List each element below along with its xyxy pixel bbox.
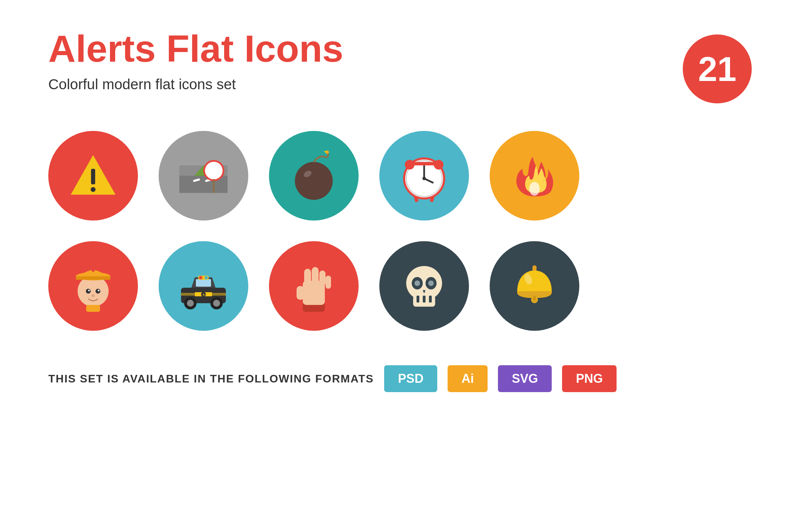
psd-badge[interactable]: PSD <box>384 365 437 392</box>
badge-number: 21 <box>698 49 736 89</box>
police-car-icon-circle: ★ <box>159 241 248 331</box>
police-car-icon: ★ <box>176 258 231 314</box>
svg-point-29 <box>86 289 91 294</box>
title-section: Alerts Flat Icons Colorful modern flat i… <box>48 28 343 93</box>
header-area: Alerts Flat Icons Colorful modern flat i… <box>48 28 752 103</box>
road-sign-icon-circle <box>159 131 248 221</box>
fire-icon-circle <box>490 131 579 221</box>
firefighter-icon <box>66 258 121 314</box>
svg-rect-60 <box>423 296 426 303</box>
svg-point-21 <box>422 177 426 180</box>
bomb-icon <box>286 148 341 203</box>
subtitle: Colorful modern flat icons set <box>48 76 343 93</box>
svg-rect-36 <box>196 279 211 287</box>
firefighter-icon-circle <box>48 241 138 331</box>
svg-rect-34 <box>86 305 100 312</box>
svg-point-31 <box>88 290 90 291</box>
formats-label: THIS SET IS AVAILABLE IN THE FOLLOWING F… <box>48 372 374 385</box>
svg-rect-54 <box>326 276 331 289</box>
svg-rect-61 <box>429 296 432 303</box>
alarm-clock-icon <box>397 148 452 203</box>
main-container: Alerts Flat Icons Colorful modern flat i… <box>0 0 800 420</box>
icons-row-2: ★ <box>48 241 752 331</box>
svg-rect-66 <box>533 296 536 301</box>
png-badge[interactable]: PNG <box>562 365 617 392</box>
svg-rect-18 <box>412 162 437 165</box>
svg-rect-59 <box>417 296 419 303</box>
icons-grid: ★ <box>48 131 752 331</box>
footer-formats: THIS SET IS AVAILABLE IN THE FOLLOWING F… <box>48 365 752 392</box>
svg-point-8 <box>204 161 223 180</box>
svg-point-30 <box>96 289 100 294</box>
bell-icon-circle <box>490 241 579 331</box>
warning-triangle-icon <box>66 148 121 203</box>
svg-point-32 <box>98 290 100 291</box>
stop-hand-icon-circle <box>269 241 359 331</box>
svg-point-25 <box>529 182 540 196</box>
svg-point-62 <box>414 280 420 286</box>
svg-text:★: ★ <box>202 293 205 296</box>
svg-point-63 <box>428 280 434 286</box>
svg-rect-52 <box>312 267 319 286</box>
bell-icon <box>507 258 562 314</box>
ai-badge[interactable]: Ai <box>448 365 488 392</box>
icons-row-1 <box>48 131 752 221</box>
svg-rect-1 <box>91 169 95 184</box>
svg-point-38 <box>199 276 202 279</box>
svg-point-47 <box>213 300 220 307</box>
svg-rect-9 <box>213 179 214 193</box>
bomb-icon-circle <box>269 131 359 221</box>
main-title: Alerts Flat Icons <box>48 28 343 69</box>
svg-rect-50 <box>297 286 304 300</box>
svg-point-2 <box>91 187 96 192</box>
warning-icon-circle <box>48 131 138 221</box>
svg-badge[interactable]: SVG <box>498 365 552 392</box>
svg-point-39 <box>204 276 208 279</box>
skull-icon <box>397 258 452 314</box>
svg-rect-51 <box>304 269 311 286</box>
alarm-clock-icon-circle <box>379 131 469 221</box>
svg-point-33 <box>92 294 94 297</box>
road-sign-icon <box>176 148 231 203</box>
svg-rect-53 <box>319 270 326 286</box>
fire-icon <box>507 148 562 203</box>
svg-rect-28 <box>76 276 110 280</box>
svg-point-45 <box>187 300 194 307</box>
svg-point-10 <box>295 162 333 200</box>
skull-icon-circle <box>379 241 469 331</box>
stop-hand-icon <box>286 258 341 314</box>
svg-point-55 <box>406 266 442 300</box>
count-badge: 21 <box>683 34 752 103</box>
